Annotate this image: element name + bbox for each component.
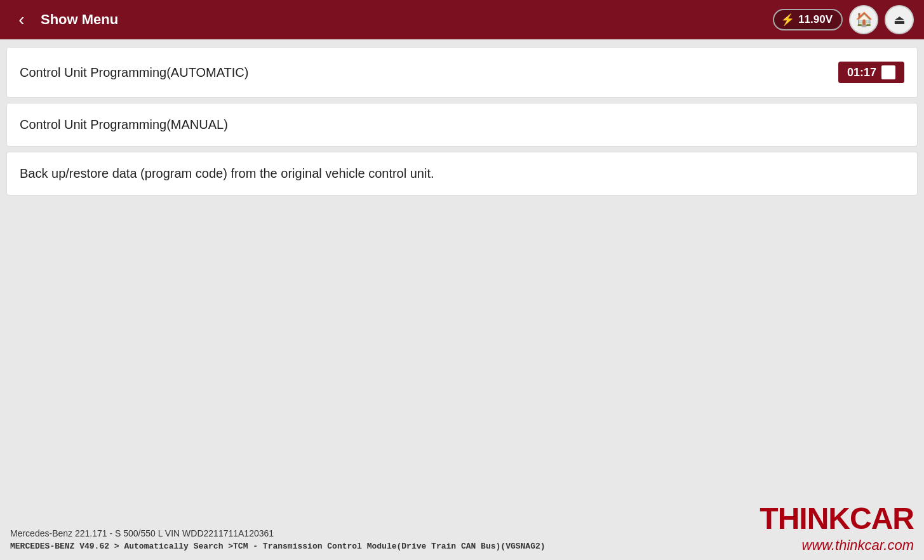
header-left: ‹ Show Menu: [10, 8, 118, 31]
menu-item-auto-label: Control Unit Programming(AUTOMATIC): [20, 65, 838, 80]
menu-item-backup-label: Back up/restore data (program code) from…: [20, 166, 904, 181]
header-title: Show Menu: [41, 11, 118, 28]
content-spacer: [6, 201, 918, 488]
brand-url: www.thinkcar.com: [760, 537, 914, 554]
exit-button[interactable]: ⏏: [885, 5, 914, 34]
menu-item-auto[interactable]: Control Unit Programming(AUTOMATIC) 01:1…: [6, 47, 918, 98]
brand-section: THINKCAR www.thinkcar.com: [760, 500, 914, 554]
main-content: Control Unit Programming(AUTOMATIC) 01:1…: [0, 39, 924, 495]
menu-item-manual-label: Control Unit Programming(MANUAL): [20, 117, 904, 132]
breadcrumb: MERCEDES-BENZ V49.62 > Automatically Sea…: [10, 540, 546, 554]
bolt-icon: ⚡: [780, 13, 794, 27]
voltage-value: 11.90V: [798, 13, 833, 26]
app-footer: Mercedes-Benz 221.171 - S 500/550 L VIN …: [0, 495, 924, 560]
vehicle-info: Mercedes-Benz 221.171 - S 500/550 L VIN …: [10, 526, 546, 540]
menu-item-backup[interactable]: Back up/restore data (program code) from…: [6, 152, 918, 196]
footer-info: Mercedes-Benz 221.171 - S 500/550 L VIN …: [10, 526, 546, 554]
timer-value: 01:17: [847, 66, 876, 79]
back-icon: ‹: [18, 10, 24, 30]
timer-square-icon: [881, 65, 895, 79]
home-button[interactable]: 🏠: [849, 5, 878, 34]
voltage-badge: ⚡ 11.90V: [773, 9, 843, 30]
back-button[interactable]: ‹: [10, 8, 33, 31]
brand-name: THINKCAR: [760, 500, 914, 537]
timer-badge: 01:17: [838, 62, 904, 83]
app-header: ‹ Show Menu ⚡ 11.90V 🏠 ⏏: [0, 0, 924, 39]
header-right: ⚡ 11.90V 🏠 ⏏: [773, 5, 914, 34]
exit-icon: ⏏: [894, 12, 906, 27]
menu-item-manual[interactable]: Control Unit Programming(MANUAL): [6, 103, 918, 147]
home-icon: 🏠: [855, 11, 873, 28]
